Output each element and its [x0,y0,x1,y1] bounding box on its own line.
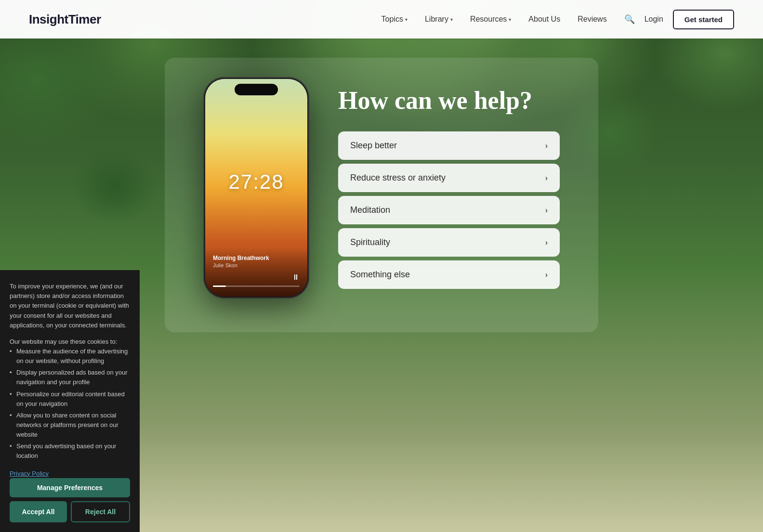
chevron-down-icon: ▾ [405,17,408,22]
cookie-uses-list: Measure the audience of the advertising … [10,347,130,461]
nav-resources[interactable]: Resources ▾ [470,15,511,24]
phone-notch [235,84,278,95]
cookie-uses: Our website may use these cookies to: Me… [10,337,130,461]
pause-button[interactable]: ⏸ [292,273,300,282]
phone-player: Morning Breathwork Julie Skon ⏸ [205,248,307,297]
progress-fill [213,285,226,287]
manage-preferences-button[interactable]: Manage Preferences [10,478,130,497]
help-option-label: Sleep better [350,141,397,151]
cookie-intro-text: To improve your experience, we (and our … [10,282,130,330]
privacy-policy-link[interactable]: Privacy Policy [10,470,49,477]
help-option-label: Something else [350,270,410,280]
cookie-banner: To improve your experience, we (and our … [0,270,140,532]
phone-screen: 27:28 Morning Breathwork Julie Skon ⏸ [205,79,307,297]
help-option-sleep-better[interactable]: Sleep better › [338,131,560,160]
cookie-use-item: Display personalized ads based on your n… [10,368,130,387]
chevron-right-icon: › [545,142,548,150]
help-option-spirituality[interactable]: Spirituality › [338,228,560,257]
chevron-right-icon: › [545,238,548,247]
cookie-use-item: Measure the audience of the advertising … [10,347,130,366]
search-button[interactable]: 🔍 [624,14,635,25]
help-option-label: Reduce stress or anxiety [350,173,446,183]
chevron-right-icon: › [545,174,548,182]
help-option-label: Spirituality [350,237,390,247]
nav-about[interactable]: About Us [528,15,560,24]
center-card: 27:28 Morning Breathwork Julie Skon ⏸ [165,58,598,332]
help-option-something-else[interactable]: Something else › [338,260,560,289]
chevron-down-icon: ▾ [450,17,453,22]
help-options-list: Sleep better › Reduce stress or anxiety … [338,131,560,289]
right-panel: How can we help? Sleep better › Reduce s… [338,87,560,289]
nav-library[interactable]: Library ▾ [425,15,453,24]
nav-reviews[interactable]: Reviews [578,15,606,24]
track-title: Morning Breathwork [213,255,300,261]
help-option-reduce-stress[interactable]: Reduce stress or anxiety › [338,164,560,192]
chevron-right-icon: › [545,271,548,279]
phone-timer: 27:28 [228,170,284,194]
reject-all-button[interactable]: Reject All [71,501,130,522]
phone-device: 27:28 Morning Breathwork Julie Skon ⏸ [203,77,309,298]
get-started-button[interactable]: Get started [673,10,734,29]
help-option-meditation[interactable]: Meditation › [338,196,560,224]
chevron-down-icon: ▾ [509,17,511,22]
nav: Topics ▾ Library ▾ Resources ▾ About Us … [382,15,607,24]
help-option-label: Meditation [350,205,390,215]
nav-topics[interactable]: Topics ▾ [382,15,408,24]
logo[interactable]: InsightTimer [29,12,101,27]
cookie-use-item: Personalize our editorial content based … [10,389,130,409]
login-button[interactable]: Login [645,15,663,24]
track-artist: Julie Skon [213,262,300,268]
header: InsightTimer Topics ▾ Library ▾ Resource… [0,0,763,39]
cookie-description: Our website may use these cookies to: [10,337,130,347]
player-controls: ⏸ [213,273,300,282]
nav-actions: 🔍 Login Get started [624,10,734,29]
cookie-use-item: Allow you to share content on social net… [10,411,130,440]
chevron-right-icon: › [545,206,548,215]
accept-all-button[interactable]: Accept All [10,501,67,522]
page-title: How can we help? [338,87,560,114]
progress-bar [213,285,300,287]
cookie-use-item: Send you advertising based on your locat… [10,441,130,461]
phone-mockup: 27:28 Morning Breathwork Julie Skon ⏸ [203,77,309,298]
cookie-row-buttons: Accept All Reject All [10,501,130,522]
search-icon: 🔍 [624,14,635,25]
cookie-buttons: Manage Preferences Accept All Reject All [10,478,130,522]
